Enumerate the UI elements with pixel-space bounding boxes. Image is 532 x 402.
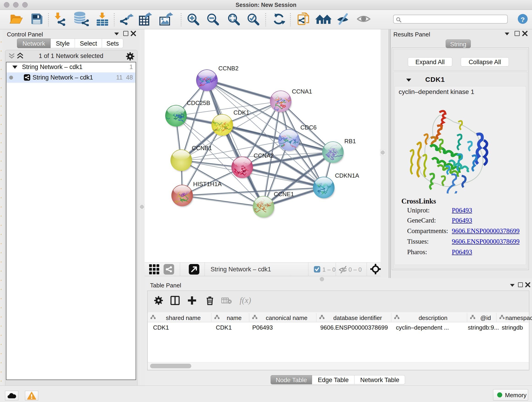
svg-text:CDKN1A: CDKN1A (335, 172, 359, 179)
svg-text:CDC6: CDC6 (300, 124, 317, 131)
svg-text:CCNB2: CCNB2 (218, 65, 239, 72)
svg-text:HIST1H1A: HIST1H1A (193, 181, 222, 187)
svg-text:RB1: RB1 (344, 138, 356, 145)
svg-text:CCNB1: CCNB1 (192, 145, 212, 152)
svg-text:CCNA2: CCNA2 (254, 152, 274, 159)
svg-text:CDC25B: CDC25B (187, 99, 210, 106)
svg-text:CCNA1: CCNA1 (292, 88, 312, 95)
svg-text:CCNE1: CCNE1 (274, 191, 294, 198)
svg-text:CDK1: CDK1 (234, 109, 249, 116)
